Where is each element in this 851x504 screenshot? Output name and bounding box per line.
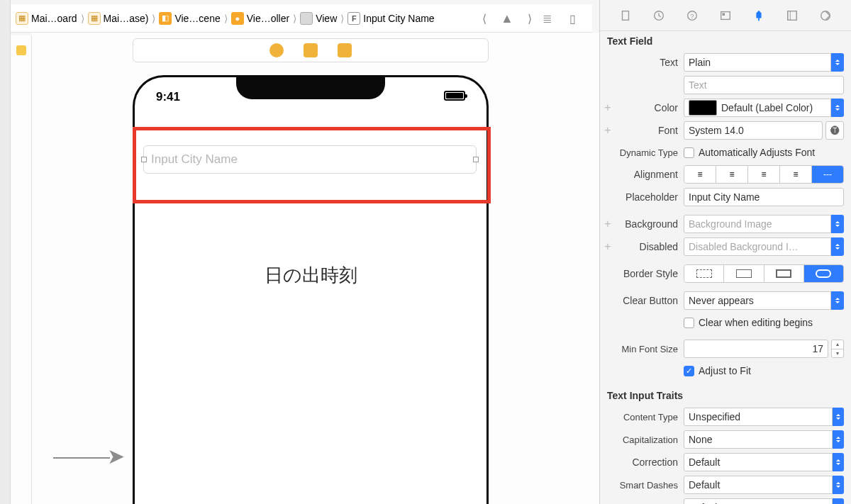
dynamic-type-check-label: Automatically Adjusts Font (699, 147, 815, 158)
textfield-preview[interactable]: Input City Name (143, 145, 477, 174)
label-background: Background (613, 218, 684, 230)
smart-dashes-combobox[interactable]: Default (684, 476, 844, 494)
scene-icon: ◧ (159, 12, 172, 25)
crumb-viewcontroller[interactable]: ●Vie…oller (229, 12, 291, 25)
add-attribute-icon[interactable]: + (603, 240, 613, 253)
navigator-gutter (11, 35, 32, 504)
label-alignment: Alignment (613, 169, 684, 180)
add-attribute-icon[interactable]: + (603, 124, 613, 137)
first-responder-icon[interactable] (304, 43, 318, 57)
capitalization-combobox[interactable]: None (684, 430, 844, 449)
crumb-textfield[interactable]: FInput City Name (345, 12, 436, 25)
border-line-icon[interactable] (724, 265, 764, 282)
align-justify-icon[interactable]: ≡ (780, 166, 812, 183)
label-correction: Correction (613, 457, 684, 468)
segue-arrow[interactable]: ➤ (53, 444, 128, 469)
clear-editing-label: Clear when editing begins (699, 317, 813, 328)
crumb-storyboard[interactable]: ▦Mai…oard (13, 12, 79, 25)
add-attribute-icon[interactable]: + (603, 218, 613, 230)
traits-title: Text Input Traits (600, 386, 851, 405)
adjust-fit-checkbox[interactable]: ✓ (684, 366, 694, 376)
crumb-label: Vie…cene (174, 13, 220, 24)
correction-combobox[interactable]: Default (684, 453, 844, 471)
border-bezel-icon[interactable] (764, 265, 804, 282)
row-capitalization: Capitalization None (600, 428, 851, 451)
status-bar: 9:41 (135, 90, 486, 107)
row-background: + Background Background Image (600, 213, 851, 235)
adjust-fit-label: Adjust to Fit (699, 365, 751, 376)
placeholder-input[interactable]: Input City Name (684, 188, 844, 206)
border-rounded-icon[interactable] (804, 265, 843, 282)
color-combobox[interactable]: Default (Label Color) (684, 99, 844, 117)
back-button[interactable]: ⟨ (477, 11, 492, 26)
smart-insert-combobox[interactable]: Default (684, 498, 844, 504)
identity-inspector-icon[interactable] (718, 8, 733, 23)
add-attribute-icon[interactable]: + (603, 101, 613, 114)
align-natural-icon[interactable]: --- (812, 166, 843, 183)
navigator-tab-icon[interactable] (16, 45, 26, 55)
chevron-icon: ⟩ (150, 13, 157, 24)
font-field[interactable]: System 14.0 (684, 121, 823, 140)
exit-icon[interactable] (338, 43, 352, 57)
label-font: Font (613, 125, 684, 136)
align-right-icon[interactable]: ≡ (748, 166, 780, 183)
file-inspector-icon[interactable] (618, 8, 633, 23)
font-picker-button[interactable]: 🅣 (825, 121, 844, 140)
history-inspector-icon[interactable] (651, 8, 667, 23)
row-correction: Correction Default (600, 451, 851, 474)
crumb-storyboard-base[interactable]: ▦Mai…ase) (86, 12, 151, 25)
disabled-combobox[interactable]: Disabled Background I… (684, 237, 844, 256)
outline-icon[interactable]: ≣ (539, 11, 555, 26)
svg-rect-7 (788, 11, 797, 20)
resize-handle-right[interactable] (473, 157, 479, 162)
text-type-combobox[interactable]: Plain (684, 53, 844, 72)
align-left-icon[interactable]: ≡ (684, 166, 716, 183)
label-text: Text (613, 57, 684, 68)
crumb-label: Input City Name (363, 13, 434, 24)
background-combobox[interactable]: Background Image (684, 215, 844, 233)
label-disabled: Disabled (613, 241, 684, 252)
crumb-scene[interactable]: ◧Vie…cene (157, 12, 222, 25)
help-inspector-icon[interactable]: ? (684, 8, 700, 23)
size-inspector-icon[interactable] (784, 8, 800, 23)
row-dynamic-type: Dynamic Type Automatically Adjusts Font (600, 142, 851, 163)
alignment-segmented[interactable]: ≡ ≡ ≡ ≡ --- (684, 165, 844, 184)
resize-handle-left[interactable] (141, 157, 147, 162)
dynamic-type-checkbox[interactable] (684, 147, 694, 158)
crumb-label: Mai…ase) (104, 13, 149, 24)
warning-icon[interactable]: ▲ (499, 11, 515, 26)
sunrise-label: 日の出時刻 (135, 263, 486, 288)
content-type-combobox[interactable]: Unspecified (684, 408, 844, 426)
row-placeholder: Placeholder Input City Name (600, 186, 851, 208)
clear-button-combobox[interactable]: Never appears (684, 291, 844, 310)
min-font-input[interactable]: 17 (684, 340, 828, 358)
border-style-segmented[interactable] (684, 264, 844, 283)
row-smart-insert: Smart Insert Default (600, 496, 851, 504)
label-dynamic-type: Dynamic Type (613, 147, 684, 158)
row-text-type: Text Plain (600, 51, 851, 74)
adjust-editor-icon[interactable]: ▯ (564, 11, 580, 26)
label-border-style: Border Style (613, 268, 684, 279)
row-border-style: Border Style (600, 262, 851, 285)
label-clear-button: Clear Button (613, 295, 684, 306)
field-icon: F (347, 12, 360, 25)
viewcontroller-dock-icon[interactable] (269, 43, 284, 57)
crumb-view[interactable]: View (298, 12, 339, 25)
status-clock: 9:41 (156, 90, 180, 107)
clear-editing-checkbox[interactable] (684, 318, 694, 328)
view-icon (300, 12, 313, 25)
text-input[interactable]: Text (684, 76, 844, 94)
svg-rect-5 (722, 13, 725, 16)
canvas[interactable]: 9:41 Input City Name 日の出時刻 ➤ (32, 33, 599, 504)
min-font-stepper[interactable]: ▴▾ (831, 340, 844, 358)
border-none-icon[interactable] (684, 265, 724, 282)
align-center-icon[interactable]: ≡ (716, 166, 748, 183)
label-color: Color (613, 102, 684, 113)
scene-dock[interactable] (133, 38, 489, 62)
connections-inspector-icon[interactable] (818, 8, 833, 23)
row-content-type: Content Type Unspecified (600, 405, 851, 428)
storyboard-icon: ▦ (88, 12, 101, 25)
svg-rect-0 (622, 11, 628, 20)
attributes-inspector-icon[interactable] (751, 8, 767, 23)
forward-button[interactable]: ⟩ (522, 11, 538, 26)
